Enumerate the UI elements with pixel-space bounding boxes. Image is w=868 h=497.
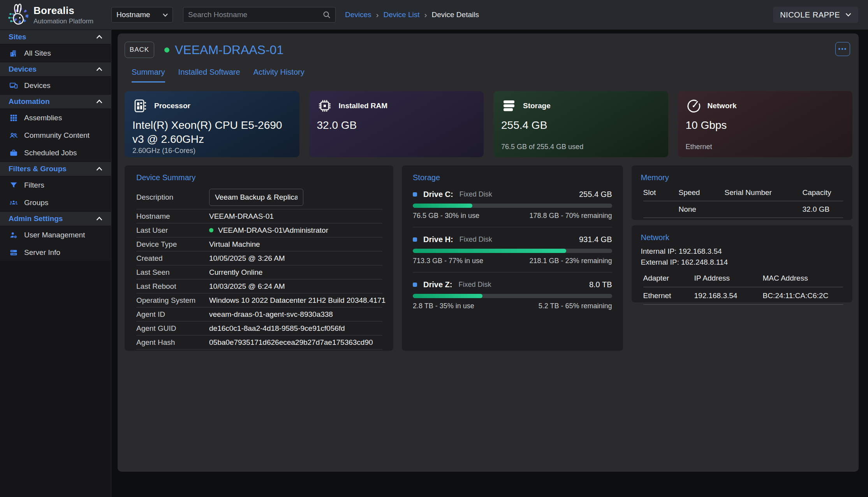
row-label: Agent ID [136,310,209,319]
chevron-up-icon [96,100,102,104]
network-panel-title: Network [632,225,853,242]
people-icon [9,131,18,140]
memory-cell-capacity: 32.0 GB [803,201,843,218]
drive-used-text: 76.5 GB - 30% in use [413,212,479,220]
network-cell-mac: BC:24:11:CA:C6:2C [763,287,843,304]
storage-value: 255.4 GB [501,118,660,132]
user-menu-button[interactable]: NICOLE RAPPE [773,7,858,23]
ram-footer [317,143,476,151]
row-label: Hostname [136,212,209,221]
external-ip: External IP: 162.248.8.114 [641,257,853,268]
search-icon [323,11,331,19]
drive-bullet-icon [413,283,417,287]
row-value: 05ba0e7935171d626ecea29b27d7ae175363cd90 [209,338,373,347]
ram-value: 32.0 GB [317,118,476,132]
chevron-up-icon [96,67,102,71]
sidebar-item-label: Filters [24,181,44,190]
summary-row-agent-guid: Agent GUID de16c0c1-8aa2-4d18-9585-9ce91… [136,321,382,335]
sidebar-section-sites[interactable]: Sites [0,30,111,44]
summary-row-last-reboot: Last Reboot 10/03/2025 @ 6:24 AM [136,279,382,293]
caret-down-icon [163,13,168,17]
device-summary-title: Device Summary [125,165,393,182]
card-title: Processor [154,102,190,110]
summary-row-description: Description [136,185,382,209]
drive-capacity: 255.4 GB [579,190,612,199]
sidebar-section-label: Sites [9,33,26,41]
drive-used-text: 2.8 TB - 35% in use [413,302,474,310]
online-status-dot [164,47,169,53]
sidebar: Sites All Sites Devices Devices Automati… [0,30,111,497]
drive-usage-bar [413,249,612,253]
sidebar-item-groups[interactable]: Groups [0,194,111,211]
sidebar-item-filters[interactable]: Filters [0,176,111,194]
drive-bullet-icon [413,192,417,197]
card-title: Network [708,102,737,110]
tab-summary[interactable]: Summary [132,68,165,83]
row-label: Agent GUID [136,324,209,333]
tab-activity-history[interactable]: Activity History [254,68,305,83]
sidebar-item-community-content[interactable]: Community Content [0,126,111,144]
back-button[interactable]: BACK [125,42,154,58]
buildings-icon [9,49,18,58]
drive-name: Drive C: [423,190,453,199]
ram-chip-icon [317,98,333,114]
drive-used-text: 713.3 GB - 77% in use [413,257,483,265]
network-header-adapter: Adapter [643,270,694,287]
sidebar-item-label: Groups [24,198,48,207]
more-actions-button[interactable]: ••• [835,42,850,56]
sidebar-item-label: Assemblies [24,114,62,122]
summary-row-last-user: Last User VEEAM-DRAAS-01\Administrator [136,223,382,237]
row-label: Agent Hash [136,338,209,347]
memory-panel-title: Memory [632,165,853,182]
search-box [183,7,336,23]
hostname-filter-select[interactable]: Hostname [111,7,173,23]
sidebar-section-label: Admin Settings [9,214,63,223]
row-value: de16c0c1-8aa2-4d18-9585-9ce91cf056fd [209,324,345,333]
drive-usage-fill [413,204,472,208]
brand-subtitle: Automation Platform [33,18,93,25]
drive-row-z: Drive Z: Fixed Disk 8.0 TB 2.8 TB - 35% … [413,272,612,317]
row-value: veeam-draas-01-agent-svc-8930a338 [209,310,333,319]
drive-usage-fill [413,249,566,253]
breadcrumb-separator-icon: › [424,10,427,19]
network-panel: Network Internal IP: 192.168.3.54 Extern… [632,225,853,302]
row-value: VEEAM-DRAAS-01\Administrator [218,226,328,235]
breadcrumb-device-list[interactable]: Device List [384,11,420,19]
drive-row-c: Drive C: Fixed Disk 255.4 GB 76.5 GB - 3… [413,182,612,227]
sidebar-item-server-info[interactable]: Server Info [0,244,111,261]
summary-row-device-type: Device Type Virtual Machine [136,237,382,251]
sidebar-item-devices[interactable]: Devices [0,77,111,94]
network-cell-ip: 192.168.3.54 [694,287,763,304]
row-label: Description [136,193,209,202]
summary-row-operating-system: Operating System Windows 10 2022 Datacen… [136,293,382,307]
description-input[interactable] [209,189,303,206]
devices-icon [9,81,18,90]
sidebar-section-admin-settings[interactable]: Admin Settings [0,211,111,226]
storage-card: Storage 255.4 GB 76.5 GB of 255.4 GB use… [493,91,668,157]
breadcrumb-separator-icon: › [376,10,379,19]
chevron-up-icon [96,167,102,171]
sidebar-section-automation[interactable]: Automation [0,94,111,109]
network-value: 10 Gbps [686,118,845,132]
sidebar-item-assemblies[interactable]: Assemblies [0,109,111,126]
tab-installed-software[interactable]: Installed Software [178,68,240,83]
search-input[interactable] [188,11,323,19]
sidebar-item-label: Server Info [24,248,60,257]
sidebar-section-filters-groups[interactable]: Filters & Groups [0,162,111,176]
memory-header-serial: Serial Number [725,184,803,201]
installed-ram-card: Installed RAM 32.0 GB [309,91,484,157]
sidebar-section-devices[interactable]: Devices [0,62,111,77]
row-label: Created [136,254,209,263]
drive-row-h: Drive H: Fixed Disk 931.4 GB 713.3 GB - … [413,227,612,272]
sidebar-item-all-sites[interactable]: All Sites [0,44,111,62]
row-label: Device Type [136,240,209,249]
storage-panel-title: Storage [402,165,623,182]
sidebar-item-scheduled-jobs[interactable]: Scheduled Jobs [0,144,111,162]
summary-row-agent-hash: Agent Hash 05ba0e7935171d626ecea29b27d7a… [136,335,382,349]
row-label: Last Reboot [136,282,209,291]
summary-row-agent-id: Agent ID veeam-draas-01-agent-svc-8930a3… [136,307,382,321]
breadcrumb-devices[interactable]: Devices [345,11,371,19]
sidebar-item-user-management[interactable]: User Management [0,226,111,244]
filter-icon [9,181,18,190]
server-icon [9,248,18,257]
